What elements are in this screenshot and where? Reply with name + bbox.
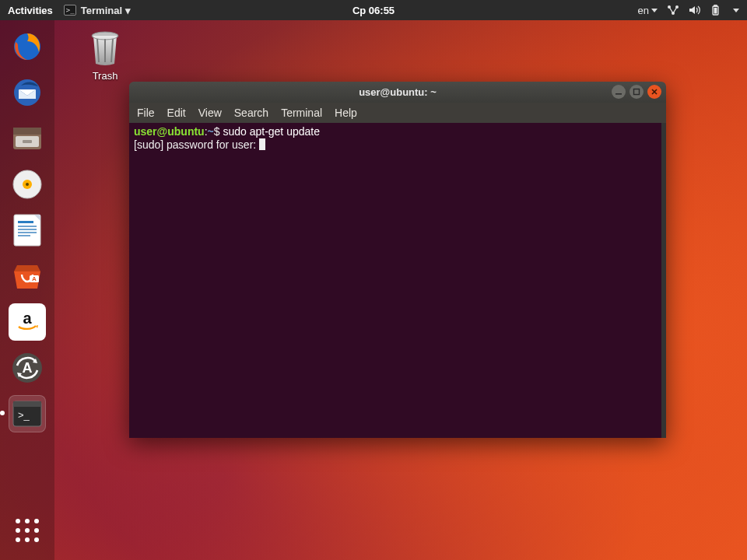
prompt-sigil: $	[214, 125, 220, 138]
dock-thunderbird[interactable]	[9, 74, 46, 111]
menu-search[interactable]: Search	[234, 107, 268, 119]
terminal-titlebar[interactable]: user@ubuntu: ~	[129, 82, 666, 103]
clock[interactable]: Ср 06:55	[352, 5, 395, 16]
terminal-body[interactable]: user@ubuntu:~$ sudo apt-get update [sudo…	[129, 123, 666, 438]
terminal-command-text: sudo apt-get update	[223, 125, 320, 138]
trash-icon	[88, 28, 122, 67]
top-panel: Activities >_ Terminal ▾ Ср 06:55 en	[0, 0, 747, 20]
svg-rect-22	[18, 232, 37, 233]
svg-rect-20	[18, 226, 37, 227]
terminal-mini-icon: >_	[64, 5, 76, 16]
terminal-line2: [sudo] password for user:	[134, 138, 259, 151]
chevron-down-icon	[651, 9, 658, 12]
terminal-title: user@ubuntu: ~	[359, 86, 437, 98]
dock-firefox[interactable]	[9, 28, 46, 65]
dock-software-updater[interactable]: A	[9, 349, 46, 387]
window-controls	[612, 85, 661, 99]
window-minimize-button[interactable]	[612, 85, 626, 99]
menu-edit[interactable]: Edit	[167, 107, 186, 119]
system-menu-chevron-icon[interactable]	[733, 9, 739, 12]
svg-rect-21	[18, 229, 37, 230]
svg-text:A: A	[32, 275, 37, 282]
terminal-window: user@ubuntu: ~ File Edit View Search Ter…	[129, 82, 666, 438]
input-language-indicator[interactable]: en	[638, 5, 658, 16]
svg-rect-13	[23, 140, 32, 143]
dock-rhythmbox[interactable]	[9, 166, 46, 203]
launcher-dock: A a A >_	[0, 20, 54, 560]
dock-ubuntu-software[interactable]: A	[9, 257, 46, 295]
menu-help[interactable]: Help	[335, 107, 357, 119]
window-close-button[interactable]	[647, 85, 661, 99]
top-panel-left: Activities >_ Terminal ▾	[8, 5, 131, 16]
dock-files[interactable]	[9, 120, 46, 157]
menu-view[interactable]: View	[198, 107, 222, 119]
svg-text:>_: >_	[18, 409, 30, 421]
svg-rect-32	[615, 93, 622, 95]
dock-terminal[interactable]: >_	[9, 395, 46, 432]
svg-rect-11	[13, 128, 41, 135]
svg-rect-30	[13, 401, 41, 407]
terminal-menubar: File Edit View Search Terminal Help	[129, 103, 666, 123]
svg-text:A: A	[23, 360, 33, 376]
sound-icon[interactable]	[689, 5, 700, 16]
svg-point-17	[26, 183, 29, 186]
svg-rect-23	[18, 235, 30, 236]
prompt-userhost: user@ubuntu	[134, 125, 205, 138]
menu-terminal[interactable]: Terminal	[281, 107, 322, 119]
app-menu-button[interactable]: >_ Terminal ▾	[64, 5, 131, 16]
window-maximize-button[interactable]	[630, 85, 644, 99]
svg-point-8	[14, 33, 40, 60]
app-menu-label: Terminal ▾	[81, 5, 131, 16]
svg-rect-19	[18, 221, 33, 223]
prompt-path: ~	[208, 125, 214, 138]
desktop-root: Activities >_ Terminal ▾ Ср 06:55 en	[0, 0, 747, 560]
svg-rect-5	[714, 8, 717, 14]
terminal-cursor	[259, 138, 265, 150]
desktop-trash-icon[interactable]: Trash	[78, 28, 132, 82]
svg-text:a: a	[23, 310, 32, 327]
input-language-label: en	[638, 5, 649, 16]
dock-libreoffice-writer[interactable]	[9, 212, 46, 249]
activities-button[interactable]: Activities	[8, 5, 53, 16]
battery-icon[interactable]	[710, 5, 721, 16]
svg-rect-33	[634, 89, 640, 95]
network-icon[interactable]	[667, 5, 679, 16]
dock-amazon[interactable]: a	[9, 303, 46, 341]
desktop-trash-label: Trash	[93, 70, 118, 82]
top-panel-right: en	[638, 5, 739, 16]
menu-file[interactable]: File	[137, 107, 155, 119]
show-applications-button[interactable]	[9, 512, 46, 549]
